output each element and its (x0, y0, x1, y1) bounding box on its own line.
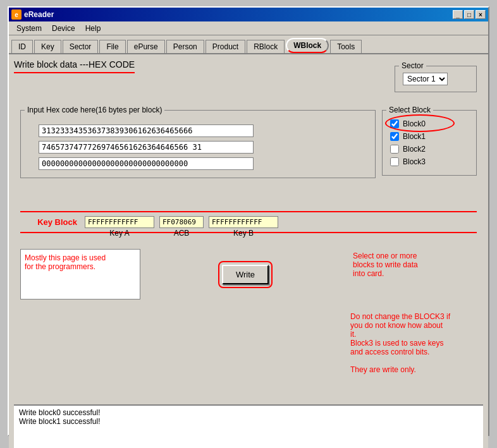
tab-rblock[interactable]: RBlock (247, 40, 285, 53)
tab-sector[interactable]: Sector (63, 40, 99, 53)
hex-row-0[interactable] (39, 124, 254, 137)
menu-help[interactable]: Help (80, 23, 106, 34)
output-line-1: Write block1 successful! (19, 417, 478, 426)
acb-input[interactable] (159, 216, 204, 228)
page-title: Write block data ---HEX CODE (14, 59, 135, 73)
write-button[interactable]: Write (222, 265, 269, 284)
maximize-button[interactable]: □ (464, 10, 474, 19)
key-b-label: Key B (209, 229, 278, 238)
tab-tools[interactable]: Tools (330, 40, 362, 53)
bottom-section: Mostly this page is used for the program… (20, 249, 477, 300)
warning-note: Do not change the BLOCK3 if you do not k… (350, 312, 477, 374)
key-a-label: Key A (85, 229, 154, 238)
menu-device[interactable]: Device (47, 23, 80, 34)
hint-left: Mostly this page is used for the program… (20, 249, 140, 300)
sector-select: Sector 1 Sector 2 Sector 3 (403, 73, 469, 85)
close-button[interactable]: × (476, 10, 486, 19)
title-controls: _ □ × (453, 10, 486, 19)
tab-file[interactable]: File (99, 40, 125, 53)
key-b-input[interactable] (209, 216, 278, 228)
window-title: eReader (24, 10, 453, 19)
block2-checkbox[interactable] (390, 145, 399, 154)
relative-container: Write block data ---HEX CODE Sector Sect… (14, 59, 483, 413)
hex-group-label: Input Hex code here(16 bytes per block) (25, 106, 164, 114)
block2-item: Block2 (390, 145, 469, 154)
sector-dropdown[interactable]: Sector 1 Sector 2 Sector 3 (403, 73, 448, 85)
app-icon: e (11, 9, 21, 20)
main-window: e eReader _ □ × System Device Help ID Ke… (8, 6, 489, 436)
block0-item: Block0 (390, 119, 469, 128)
key-block-label: Key Block (20, 217, 77, 227)
block3-checkbox[interactable] (390, 157, 399, 166)
sector-group: Sector Sector 1 Sector 2 Sector 3 (395, 66, 477, 92)
tab-person[interactable]: Person (166, 40, 204, 53)
tab-key[interactable]: Key (34, 40, 61, 53)
hex-group: Input Hex code here(16 bytes per block) (20, 110, 376, 178)
block3-item: Block3 (390, 157, 469, 166)
menu-bar: System Device Help (9, 21, 488, 35)
title-bar: e eReader _ □ × (9, 8, 488, 21)
tab-id[interactable]: ID (11, 40, 33, 53)
block3-label: Block3 (403, 157, 426, 166)
menu-system[interactable]: System (11, 23, 47, 34)
select-block-label: Select Block (386, 106, 433, 114)
block1-checkbox[interactable] (390, 132, 399, 141)
minimize-button[interactable]: _ (453, 10, 463, 19)
block0-label: Block0 (403, 119, 426, 128)
hex-inputs (26, 119, 370, 170)
write-btn-area: Write [data-name="write-button"]::before… (147, 249, 344, 300)
content-area: Write block data ---HEX CODE Sector Sect… (9, 54, 488, 448)
key-a-input[interactable] (85, 216, 154, 228)
tab-epurse[interactable]: ePurse (127, 40, 165, 53)
hex-row-1[interactable] (39, 141, 254, 154)
select-block-group: Select Block Block0 Block1 Block2 Block3 (382, 110, 477, 176)
tab-product[interactable]: Product (206, 40, 245, 53)
block1-label: Block1 (403, 132, 426, 141)
block0-checkbox[interactable] (390, 119, 399, 128)
tab-wblock[interactable]: WBlock (286, 38, 329, 53)
block1-item: Block1 (390, 132, 469, 141)
key-labels-row: Key A ACB Key B (20, 229, 278, 238)
hex-row-2[interactable] (39, 157, 254, 170)
acb-label: ACB (159, 229, 204, 238)
sector-group-label: Sector (399, 61, 426, 70)
block2-label: Block2 (403, 145, 426, 154)
tab-bar: ID Key Sector File ePurse Person Product… (9, 35, 488, 54)
hint-right: Select one or more blocks to write data … (350, 249, 477, 300)
